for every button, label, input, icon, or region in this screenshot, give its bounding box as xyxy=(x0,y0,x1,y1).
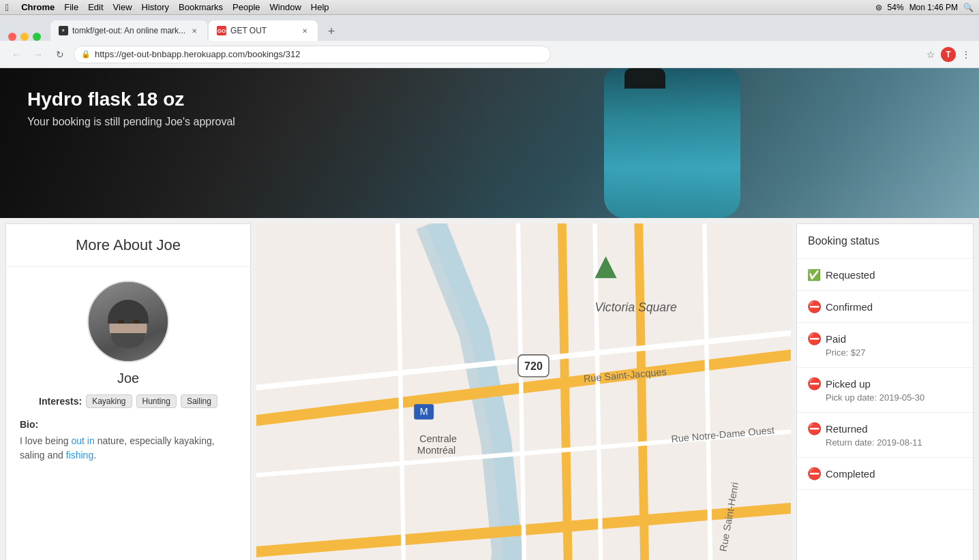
confirmed-label: Confirmed xyxy=(826,301,873,313)
github-favicon: ⚬ xyxy=(59,26,68,35)
tab-github[interactable]: ⚬ tomkf/get-out: An online mark... ✕ xyxy=(50,20,207,41)
svg-text:Montréal: Montréal xyxy=(417,445,455,456)
account-icon[interactable]: T xyxy=(941,47,956,62)
menu-people[interactable]: People xyxy=(232,2,260,12)
confirmed-icon: ⛔ xyxy=(808,300,820,313)
returned-sub: Return date: 2019-08-11 xyxy=(826,437,962,448)
product-image xyxy=(604,68,740,218)
completed-label: Completed xyxy=(826,468,875,480)
close-window-button[interactable] xyxy=(8,33,16,41)
status-returned: ⛔ Returned Return date: 2019-08-11 xyxy=(797,413,973,458)
address-bar[interactable]: 🔒 https://get-out-bnbapp.herokuapp.com/b… xyxy=(74,46,551,63)
new-tab-button[interactable]: + xyxy=(322,22,341,41)
main-content: More About Joe Jo xyxy=(0,218,979,560)
traffic-lights xyxy=(8,33,41,41)
menu-view[interactable]: View xyxy=(113,2,132,12)
tab-github-title: tomkf/get-out: An online mark... xyxy=(72,26,185,35)
addressbar: ← → ↻ 🔒 https://get-out-bnbapp.herokuapp… xyxy=(0,41,979,68)
svg-text:Centrale: Centrale xyxy=(419,433,457,444)
booking-status-message: Your booking is still pending Joe's appr… xyxy=(27,116,235,128)
picked-up-sub: Pick up date: 2019-05-30 xyxy=(826,392,962,403)
url-text: https://get-out-bnbapp.herokuapp.com/boo… xyxy=(95,49,300,59)
clock: Mon 1:46 PM xyxy=(909,3,958,12)
tab-github-close[interactable]: ✕ xyxy=(190,26,199,35)
menu-file[interactable]: File xyxy=(64,2,78,12)
back-button[interactable]: ← xyxy=(8,46,25,63)
tabbar: ⚬ tomkf/get-out: An online mark... ✕ GO … xyxy=(0,15,979,41)
bio-highlight-in: in xyxy=(87,435,95,446)
battery-indicator: 54% xyxy=(888,3,904,12)
about-panel: More About Joe Jo xyxy=(5,223,251,560)
bookmark-icon[interactable]: ☆ xyxy=(927,49,935,60)
returned-label: Returned xyxy=(826,423,868,435)
svg-text:Victoria Square: Victoria Square xyxy=(594,300,677,314)
interest-tag-hunting: Hunting xyxy=(136,394,177,408)
status-completed: ⛔ Completed xyxy=(797,458,973,490)
paid-label: Paid xyxy=(826,333,846,345)
menu-window[interactable]: Window xyxy=(270,2,301,12)
picked-up-icon: ⛔ xyxy=(808,377,820,390)
tab-getout-close[interactable]: ✕ xyxy=(300,26,310,35)
menu-edit[interactable]: Edit xyxy=(88,2,103,12)
picked-up-label: Picked up xyxy=(826,378,871,390)
status-requested: ✅ Requested xyxy=(797,259,973,291)
apple-menu[interactable]:  xyxy=(5,2,9,13)
svg-text:720: 720 xyxy=(524,360,543,372)
menu-bookmarks[interactable]: Bookmarks xyxy=(179,2,223,12)
security-icon: 🔒 xyxy=(81,50,91,59)
tab-getout-title: GET OUT xyxy=(230,26,296,35)
interests-row: Interests: Kayaking Hunting Sailing xyxy=(20,394,237,408)
booking-panel-header: Booking status xyxy=(797,224,973,259)
menubar:  Chrome File Edit View History Bookmark… xyxy=(0,0,979,15)
bio-text: I love being out in nature, especially k… xyxy=(20,434,237,463)
completed-icon: ⛔ xyxy=(808,467,820,480)
product-title: Hydro flask 18 oz xyxy=(27,89,235,110)
svg-text:M: M xyxy=(420,406,428,417)
bio-highlight-out: out xyxy=(72,435,85,446)
forward-button[interactable]: → xyxy=(30,46,46,63)
interest-tag-kayaking: Kayaking xyxy=(86,394,132,408)
avatar xyxy=(87,281,169,362)
wifi-icon: ⊜ xyxy=(875,3,882,12)
map-area: 720 720 112 M M M Victoria Square xyxy=(256,223,791,560)
about-panel-header: More About Joe xyxy=(6,224,250,267)
menu-chrome[interactable]: Chrome xyxy=(21,2,55,12)
about-panel-body: Joe Interests: Kayaking Hunting Sailing … xyxy=(6,267,250,476)
chrome-menu-icon[interactable]: ⋮ xyxy=(961,49,971,60)
reload-button[interactable]: ↻ xyxy=(52,46,68,63)
booking-status-panel: Booking status ✅ Requested ⛔ Confirmed ⛔ xyxy=(796,223,974,560)
minimize-window-button[interactable] xyxy=(20,33,29,41)
status-picked-up: ⛔ Picked up Pick up date: 2019-05-30 xyxy=(797,368,973,413)
getout-favicon: GO xyxy=(217,26,226,35)
interests-label: Interests: xyxy=(39,396,82,407)
bio-label: Bio: xyxy=(20,419,237,430)
status-confirmed: ⛔ Confirmed xyxy=(797,291,973,323)
menu-history[interactable]: History xyxy=(142,2,169,12)
requested-icon: ✅ xyxy=(808,268,820,281)
fullscreen-window-button[interactable] xyxy=(33,33,41,41)
bio-highlight-fishing: fishing xyxy=(66,450,93,461)
status-paid: ⛔ Paid Price: $27 xyxy=(797,323,973,368)
search-icon[interactable]: 🔍 xyxy=(963,3,974,12)
returned-icon: ⛔ xyxy=(808,422,820,435)
interest-tag-sailing: Sailing xyxy=(181,394,217,408)
paid-sub: Price: $27 xyxy=(826,347,962,358)
menu-help[interactable]: Help xyxy=(311,2,329,12)
tab-getout[interactable]: GO GET OUT ✕ xyxy=(209,20,318,41)
requested-label: Requested xyxy=(826,269,875,281)
map-svg: 720 720 112 M M M Victoria Square xyxy=(256,223,791,560)
paid-icon: ⛔ xyxy=(808,332,820,345)
bio-section: Bio: I love being out in nature, especia… xyxy=(20,419,237,463)
hero-text: Hydro flask 18 oz Your booking is still … xyxy=(27,89,235,128)
page-content: Hydro flask 18 oz Your booking is still … xyxy=(0,68,979,560)
user-name: Joe xyxy=(20,371,237,386)
hero-section: Hydro flask 18 oz Your booking is still … xyxy=(0,68,979,218)
